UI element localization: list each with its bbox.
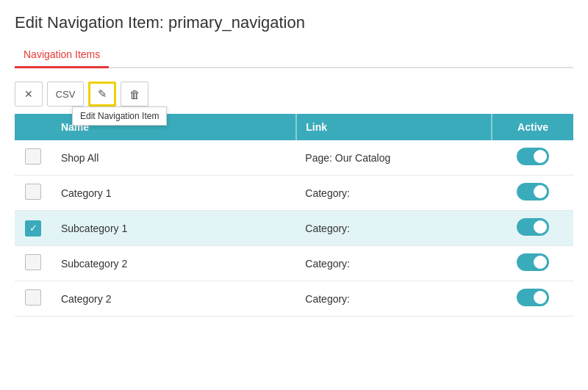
table-row[interactable]: Shop AllPage: Our Catalog [15, 140, 573, 176]
row-checkbox-cell: ✓ [15, 211, 52, 246]
row-link: Category: [296, 246, 492, 281]
row-link: Category: [296, 176, 492, 211]
row-active-cell [492, 140, 573, 176]
table-row[interactable]: Category 2Category: [15, 281, 573, 317]
pencil-icon: ✎ [98, 87, 107, 101]
active-toggle[interactable] [517, 148, 549, 165]
trash-icon: 🗑 [129, 88, 140, 101]
row-active-cell [492, 176, 573, 211]
row-checkbox[interactable] [25, 289, 41, 306]
delete-button[interactable]: 🗑 [121, 82, 148, 106]
active-toggle[interactable] [517, 183, 549, 201]
row-checkbox[interactable] [25, 148, 41, 165]
row-name: Subcategory 1 [52, 211, 296, 246]
edit-tooltip: Edit Navigation Item [72, 106, 167, 126]
row-checkbox-cell [15, 140, 52, 176]
col-active: Active [492, 114, 573, 140]
page-header: Edit Navigation Item: primary_navigation… [0, 0, 588, 68]
row-name: Category 1 [52, 176, 296, 211]
table-row[interactable]: Category 1Category: [15, 176, 573, 211]
col-link: Link [296, 114, 492, 140]
tabs: Navigation Items [15, 43, 573, 68]
page-title: Edit Navigation Item: primary_navigation [15, 13, 573, 32]
row-link: Page: Our Catalog [296, 140, 492, 176]
row-checkbox-cell [15, 281, 52, 317]
tab-navigation-items[interactable]: Navigation Items [15, 43, 109, 68]
row-checkbox[interactable] [25, 184, 41, 200]
row-checkbox-cell [15, 176, 52, 211]
navigation-table: Name Link Active Shop AllPage: Our Catal… [15, 114, 573, 317]
row-link: Category: [296, 281, 492, 317]
active-toggle[interactable] [517, 289, 549, 306]
active-toggle[interactable] [517, 218, 549, 236]
row-active-cell [492, 246, 573, 281]
active-toggle[interactable] [517, 253, 549, 271]
close-button[interactable]: ✕ [15, 82, 43, 106]
table-row[interactable]: Subcategory 2Category: [15, 246, 573, 281]
row-checkbox[interactable] [25, 254, 41, 270]
table-body: Shop AllPage: Our CatalogCategory 1Categ… [15, 140, 573, 317]
row-link: Category: [296, 211, 492, 246]
row-name: Shop All [52, 140, 296, 176]
row-active-cell [492, 211, 573, 246]
table-row[interactable]: ✓Subcategory 1Category: [15, 211, 573, 246]
row-checkbox[interactable]: ✓ [25, 220, 41, 236]
row-checkbox-cell [15, 246, 52, 281]
csv-button[interactable]: CSV [47, 82, 84, 106]
table-container: Name Link Active Shop AllPage: Our Catal… [0, 114, 588, 317]
toolbar: ✕ CSV ✎ 🗑 Edit Navigation Item [0, 68, 588, 114]
row-name: Subcategory 2 [52, 246, 296, 281]
row-name: Category 2 [52, 281, 296, 317]
row-active-cell [492, 281, 573, 317]
col-check [15, 114, 52, 140]
edit-button[interactable]: ✎ [88, 82, 116, 106]
